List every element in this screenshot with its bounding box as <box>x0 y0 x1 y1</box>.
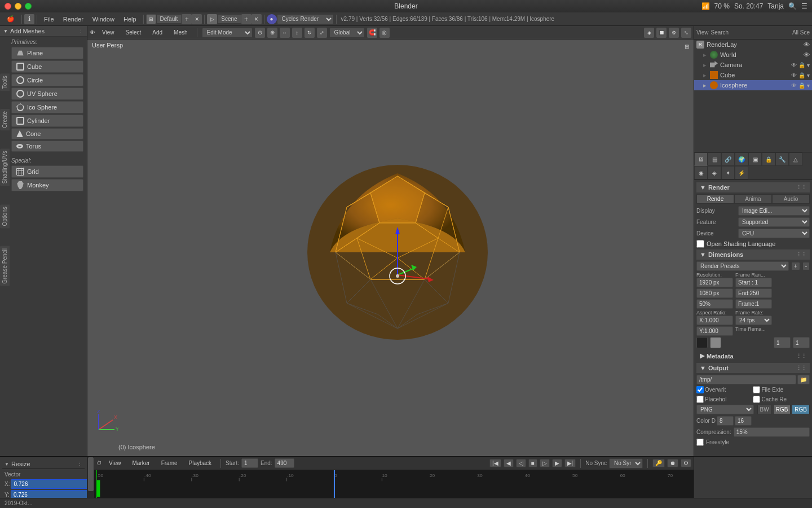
overwrite-checkbox[interactable] <box>696 386 704 393</box>
texture-tab[interactable]: ◈ <box>708 166 721 179</box>
sync-select[interactable]: No Sync <box>609 458 643 468</box>
cube-expand-icon[interactable]: ▸ <box>703 72 707 79</box>
view-menu[interactable]: View <box>98 28 119 37</box>
edit-mode-select[interactable]: Edit Mode Object Mode Sculpt Mode <box>202 28 253 38</box>
bw-btn[interactable]: BW <box>757 405 772 414</box>
info-icon[interactable]: ℹ <box>24 14 34 24</box>
add-meshes-header[interactable]: ▼ Add Meshes ⋮ <box>0 26 87 37</box>
dimensions-dots[interactable]: ⋮⋮ <box>796 252 806 257</box>
scale-icon[interactable]: ⤢ <box>317 28 327 38</box>
add-cylinder-btn[interactable]: Cylinder <box>11 115 83 127</box>
cache-re-checkbox[interactable] <box>753 396 760 403</box>
maximize-area-icon[interactable]: ⤡ <box>681 28 691 38</box>
x-value-input[interactable] <box>11 479 87 489</box>
add-uvsphere-btn[interactable]: UV Sphere <box>11 87 83 100</box>
output-path-input[interactable] <box>696 375 796 384</box>
create-tab[interactable]: Create <box>0 109 10 130</box>
timeline-end-input[interactable] <box>275 458 294 468</box>
show-only-render-icon[interactable]: 🔲 <box>656 28 667 38</box>
render-section-dots[interactable]: ⋮⋮ <box>796 185 806 190</box>
world-expand-icon[interactable]: ▸ <box>703 51 707 59</box>
render-engine-icon[interactable]: ● <box>267 14 277 24</box>
frame-end-input[interactable] <box>735 288 772 298</box>
world-tab[interactable]: 🌍 <box>735 152 748 166</box>
timeline-frame-menu[interactable]: Frame <box>157 459 182 467</box>
feature-select[interactable]: Supported Experimental <box>738 217 810 227</box>
scene-tab[interactable]: 🔗 <box>721 152 735 166</box>
world-eye-icon[interactable]: 👁 <box>804 51 810 58</box>
freestyle-checkbox[interactable] <box>696 439 704 446</box>
search-label[interactable]: Search <box>711 29 729 36</box>
scrollbar-thumb[interactable] <box>88 457 94 491</box>
timeline-marker-menu[interactable]: Marker <box>128 459 155 467</box>
timeline-track[interactable]: -50 -40 -30 -20 -10 0 10 20 30 40 50 60 <box>94 470 694 498</box>
3d-viewport[interactable]: User Persp ⊞ <box>87 40 694 456</box>
menu-render[interactable]: Render <box>59 15 88 24</box>
editor-type-icon[interactable]: ⊞ <box>146 14 156 24</box>
all-scenes-label[interactable]: All Sce <box>792 29 810 36</box>
animate-tab[interactable]: ▤ <box>708 152 721 166</box>
viewport-type-icon[interactable]: 👁 <box>90 29 95 36</box>
tools-tab[interactable]: Tools <box>0 73 10 91</box>
select-menu[interactable]: Select <box>121 28 146 37</box>
mesh-menu[interactable]: Mesh <box>169 28 192 37</box>
menu-file[interactable]: File <box>39 15 59 24</box>
onion-skin-icon[interactable]: ◈ <box>644 28 654 38</box>
transform-orientation[interactable]: Global Local Normal <box>329 28 365 38</box>
open-shading-checkbox[interactable] <box>696 240 704 248</box>
viewport-shading-icon[interactable]: ⊙ <box>255 28 265 38</box>
output-dots[interactable]: ⋮⋮ <box>796 365 806 371</box>
manipulator-icon[interactable]: ↔ <box>280 28 290 38</box>
res-pct-input[interactable] <box>696 299 733 309</box>
remove-screen-icon[interactable]: × <box>192 14 202 24</box>
physics-tab[interactable]: ⚡ <box>735 166 748 179</box>
preset-remove-btn[interactable]: - <box>802 262 810 270</box>
render-tab[interactable]: 🖥 <box>694 152 708 166</box>
add-torus-btn[interactable]: Torus <box>11 141 83 152</box>
res-y-input[interactable] <box>696 288 733 298</box>
timeline-playback-menu[interactable]: Playback <box>184 459 217 467</box>
stop-btn[interactable]: ■ <box>528 459 537 467</box>
menu-icon[interactable]: ☰ <box>801 2 807 10</box>
render-section-header[interactable]: ▼ Render ⋮⋮ <box>696 182 810 192</box>
add-menu[interactable]: Add <box>148 28 167 37</box>
timeline-view-menu[interactable]: View <box>104 459 126 467</box>
add-icosphere-btn[interactable]: Ico Sphere <box>11 101 83 113</box>
reverse-play-btn[interactable]: ◁ <box>516 459 526 467</box>
render-sub-tab-audio[interactable]: Audio <box>772 194 810 204</box>
record-btn[interactable]: ⏺ <box>667 459 678 467</box>
data-tab[interactable]: △ <box>789 152 802 166</box>
options-tab[interactable]: Options <box>0 204 10 228</box>
apple-menu[interactable]: 🍎 <box>2 14 19 24</box>
color-swatch-1[interactable] <box>696 337 708 348</box>
snap-icon[interactable]: 🧲 <box>367 28 377 38</box>
particle-tab[interactable]: ✦ <box>721 166 735 179</box>
play-btn[interactable]: ▷ <box>540 459 550 467</box>
viewport-options-icon[interactable]: ⚙ <box>669 28 679 38</box>
fps-select[interactable]: 24 fps30 fps <box>735 316 772 325</box>
modifier-tab[interactable]: 🔧 <box>775 152 789 166</box>
step-forward-btn[interactable]: ▶ <box>552 459 562 467</box>
scene-selector[interactable]: Scene <box>217 14 241 24</box>
view-label[interactable]: View <box>696 29 709 36</box>
add-grid-btn[interactable]: Grid <box>11 165 83 178</box>
aspect-x-input[interactable] <box>696 316 733 325</box>
maximize-button[interactable] <box>25 3 32 10</box>
render-engine-select[interactable]: Cycles Render Blender Render Blender Gam… <box>277 14 334 24</box>
frame-current-input[interactable] <box>735 299 772 309</box>
color-depth-16-input[interactable] <box>735 416 752 426</box>
play-end-btn[interactable]: ▶| <box>564 459 576 467</box>
tree-item-cube[interactable]: ▸ Cube 👁 🔒 ▾ <box>694 70 812 80</box>
preset-add-btn[interactable]: + <box>791 262 800 270</box>
color-frame-input-1[interactable] <box>774 337 791 348</box>
camera-expand-icon[interactable]: ▸ <box>703 62 707 69</box>
add-screen-icon[interactable]: + <box>182 14 192 24</box>
window-controls[interactable] <box>5 3 32 10</box>
timeline-start-input[interactable] <box>241 458 258 468</box>
metadata-section-header[interactable]: ▶ Metadata ⋮⋮ <box>696 351 810 361</box>
rgba-btn[interactable]: RGB <box>792 405 810 414</box>
close-button[interactable] <box>5 3 11 10</box>
add-plane-btn[interactable]: Plane <box>11 47 83 59</box>
object-tab[interactable]: ▣ <box>748 152 762 166</box>
add-monkey-btn[interactable]: Monkey <box>11 179 83 191</box>
